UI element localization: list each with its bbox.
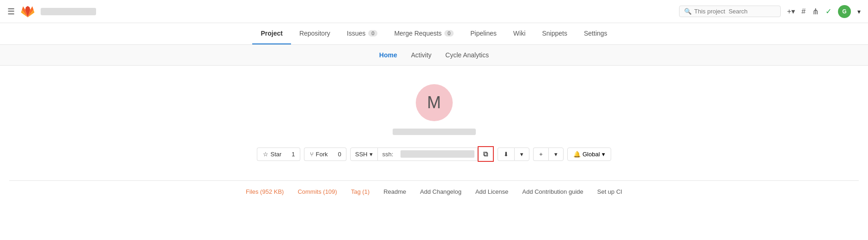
plus-button[interactable]: +▾ — [787, 7, 795, 16]
gitlab-logo[interactable] — [20, 4, 35, 19]
ssh-url-placeholder — [401, 150, 474, 158]
secondary-nav: Home Activity Cycle Analytics — [0, 45, 868, 66]
star-button-group: ☆ Star 1 — [257, 148, 300, 161]
add-button[interactable]: + — [533, 148, 548, 161]
secondary-nav-home[interactable]: Home — [379, 49, 397, 61]
star-button[interactable]: ☆ Star — [257, 148, 287, 161]
hamburger-icon[interactable]: ☰ — [7, 6, 15, 17]
nav-pipelines[interactable]: Pipelines — [462, 23, 505, 44]
project-avatar: M — [416, 84, 453, 121]
check-button[interactable]: ✓ — [826, 7, 832, 16]
add-dropdown-button[interactable]: ▾ — [548, 148, 564, 161]
add-license-link[interactable]: Add License — [475, 188, 509, 195]
download-caret-icon: ▾ — [520, 151, 523, 158]
merge-requests-badge: 0 — [444, 30, 454, 37]
merge-icon: ⋔ — [812, 6, 819, 17]
fork-count: 0 — [334, 148, 346, 161]
search-icon: 🔍 — [684, 8, 692, 15]
avatar-dropdown-icon: ▾ — [857, 8, 861, 15]
star-count: 1 — [287, 148, 300, 161]
hash-button[interactable]: # — [801, 7, 806, 16]
download-button-group: ⬇ ▾ — [498, 148, 529, 161]
fork-button-group: ⑂ Fork 0 — [304, 148, 346, 161]
copy-url-button[interactable]: ⧉ — [478, 146, 494, 162]
nav-snippets[interactable]: Snippets — [534, 23, 576, 44]
file-links-bar: Files (952 KB) Commits (109) Tag (1) Rea… — [9, 180, 859, 203]
merge-button[interactable]: ⋔ — [812, 6, 819, 17]
plus-icon: + — [787, 7, 791, 16]
hash-icon: # — [801, 7, 806, 16]
notif-dropdown-icon: ▾ — [602, 151, 605, 158]
commits-link[interactable]: Commits (109) — [297, 188, 337, 195]
ssh-url-group: SSH ▾ ssh: ⧉ — [350, 146, 494, 162]
add-contribution-guide-link[interactable]: Add Contribution guide — [522, 188, 583, 195]
ssh-dropdown-icon: ▾ — [370, 151, 373, 158]
issues-badge: 0 — [368, 30, 377, 37]
add-icon: + — [539, 151, 543, 158]
notification-button[interactable]: 🔔 Global ▾ — [567, 148, 611, 161]
secondary-nav-activity[interactable]: Activity — [411, 49, 431, 61]
download-button[interactable]: ⬇ — [498, 148, 514, 161]
search-box[interactable]: 🔍 — [679, 6, 781, 17]
download-icon: ⬇ — [504, 151, 509, 158]
fork-icon: ⑂ — [310, 151, 314, 158]
action-bar: ☆ Star 1 ⑂ Fork 0 SSH ▾ ssh: ⧉ — [257, 146, 611, 162]
setup-ci-link[interactable]: Set up CI — [597, 188, 622, 195]
add-caret-icon: ▾ — [554, 151, 558, 158]
readme-link[interactable]: Readme — [383, 188, 406, 195]
nav-project[interactable]: Project — [252, 23, 291, 44]
ssh-prefix: ssh: — [378, 148, 398, 160]
download-dropdown-button[interactable]: ▾ — [514, 148, 529, 161]
nav-repository[interactable]: Repository — [291, 23, 339, 44]
project-name — [393, 129, 476, 135]
files-link[interactable]: Files (952 KB) — [246, 188, 284, 195]
add-button-group: + ▾ — [533, 148, 564, 161]
tag-link[interactable]: Tag (1) — [351, 188, 370, 195]
user-avatar[interactable]: G — [838, 5, 851, 18]
add-changelog-link[interactable]: Add Changelog — [420, 188, 461, 195]
brand-name — [41, 8, 96, 15]
ssh-select[interactable]: SSH ▾ — [350, 148, 378, 161]
copy-icon: ⧉ — [483, 150, 488, 158]
top-navbar: ☰ 🔍 +▾ # ⋔ ✓ G ▾ — [0, 0, 868, 23]
star-icon: ☆ — [263, 151, 268, 158]
nav-wiki[interactable]: Wiki — [505, 23, 534, 44]
nav-settings[interactable]: Settings — [576, 23, 616, 44]
search-input[interactable] — [694, 8, 776, 15]
nav-issues[interactable]: Issues 0 — [339, 23, 386, 44]
nav-merge-requests[interactable]: Merge Requests 0 — [386, 23, 462, 44]
primary-nav: Project Repository Issues 0 Merge Reques… — [0, 23, 868, 45]
secondary-nav-cycle-analytics[interactable]: Cycle Analytics — [445, 49, 489, 61]
check-icon: ✓ — [826, 7, 832, 16]
fork-button[interactable]: ⑂ Fork — [304, 148, 334, 161]
bell-icon: 🔔 — [573, 151, 581, 158]
main-content: M ☆ Star 1 ⑂ Fork 0 SSH ▾ — [0, 66, 868, 203]
